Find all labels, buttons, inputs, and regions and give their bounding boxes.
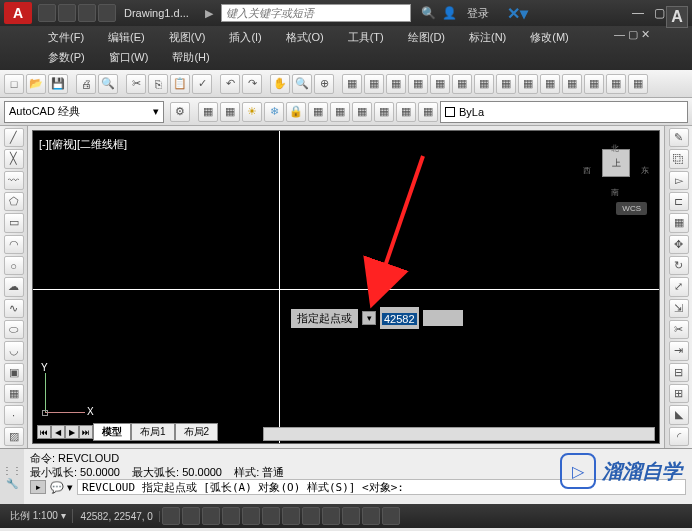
copy-icon[interactable]: ⎘ xyxy=(148,74,168,94)
extend-icon[interactable]: ⇥ xyxy=(669,341,689,360)
layer-icon[interactable]: ▦ xyxy=(418,102,438,122)
menu-insert[interactable]: 插入(I) xyxy=(219,28,271,48)
point-icon[interactable]: · xyxy=(4,405,24,424)
copy-obj-icon[interactable]: ⿻ xyxy=(669,149,689,168)
polyline-icon[interactable]: 〰 xyxy=(4,171,24,190)
status-coords[interactable]: 42582, 22547, 0 xyxy=(75,511,160,522)
play-icon[interactable]: ▶ xyxy=(205,7,213,20)
layer-states-icon[interactable]: ▦ xyxy=(220,102,240,122)
tb-icon[interactable]: ▦ xyxy=(584,74,604,94)
tb-icon[interactable]: ▦ xyxy=(496,74,516,94)
fillet-icon[interactable]: ◜ xyxy=(669,427,689,446)
stretch-icon[interactable]: ⇲ xyxy=(669,299,689,318)
xline-icon[interactable]: ╳ xyxy=(4,149,24,168)
view-label[interactable]: [-][俯视][二维线框] xyxy=(39,137,127,152)
layer-icon[interactable]: ▦ xyxy=(330,102,350,122)
exchange-icon[interactable]: ✕▾ xyxy=(507,4,528,23)
tb-icon[interactable]: ▦ xyxy=(342,74,362,94)
text-style-icon[interactable]: A xyxy=(666,6,688,28)
rotate-icon[interactable]: ↻ xyxy=(669,256,689,275)
tab-prev-icon[interactable]: ◀ xyxy=(51,425,65,439)
st-icon[interactable] xyxy=(322,507,340,525)
st-icon[interactable] xyxy=(302,507,320,525)
cut-icon[interactable]: ✂ xyxy=(126,74,146,94)
menu-file[interactable]: 文件(F) xyxy=(38,28,94,48)
menu-edit[interactable]: 编辑(E) xyxy=(98,28,155,48)
wrench-icon[interactable]: 🔧 xyxy=(6,478,18,489)
doc-minimize-icon[interactable]: — ▢ ✕ xyxy=(614,28,654,48)
save-icon[interactable]: 💾 xyxy=(48,74,68,94)
search-input[interactable] xyxy=(221,4,411,22)
new-icon[interactable]: □ xyxy=(4,74,24,94)
zoom-icon[interactable]: 🔍 xyxy=(292,74,312,94)
dynamic-input-y[interactable] xyxy=(423,310,463,326)
match-icon[interactable]: ✓ xyxy=(192,74,212,94)
ellipse-icon[interactable]: ⬭ xyxy=(4,320,24,339)
join-icon[interactable]: ⊞ xyxy=(669,384,689,403)
login-label[interactable]: 登录 xyxy=(467,6,489,21)
command-toggle-icon[interactable]: ▸ xyxy=(30,480,46,494)
tb-icon[interactable]: ▦ xyxy=(540,74,560,94)
undo-icon[interactable]: ↶ xyxy=(220,74,240,94)
horizontal-scrollbar[interactable] xyxy=(263,427,655,441)
erase-icon[interactable]: ✎ xyxy=(669,128,689,147)
array-icon[interactable]: ▦ xyxy=(669,213,689,232)
tb-icon[interactable]: ▦ xyxy=(606,74,626,94)
menu-tools[interactable]: 工具(T) xyxy=(338,28,394,48)
make-block-icon[interactable]: ▦ xyxy=(4,384,24,403)
viewcube[interactable]: 北 南 东 西 上 WCS xyxy=(581,139,651,219)
app-logo[interactable]: A xyxy=(4,2,32,24)
layer-icon[interactable]: ❄ xyxy=(264,102,284,122)
st-icon[interactable] xyxy=(342,507,360,525)
layer-icon[interactable]: ☀ xyxy=(242,102,262,122)
ws-gear-icon[interactable]: ⚙ xyxy=(170,102,190,122)
menu-dimension[interactable]: 标注(N) xyxy=(459,28,516,48)
osnap-icon[interactable] xyxy=(242,507,260,525)
orbit-icon[interactable]: ⊕ xyxy=(314,74,334,94)
revcloud-icon[interactable]: ☁ xyxy=(4,277,24,296)
layer-manager-icon[interactable]: ▦ xyxy=(198,102,218,122)
tab-layout2[interactable]: 布局2 xyxy=(175,423,219,441)
st-icon[interactable] xyxy=(362,507,380,525)
menu-draw[interactable]: 绘图(D) xyxy=(398,28,455,48)
layer-icon[interactable]: ▦ xyxy=(352,102,372,122)
hatch-icon[interactable]: ▨ xyxy=(4,427,24,446)
command-handle[interactable]: ⋮⋮ 🔧 xyxy=(0,449,24,504)
tab-layout1[interactable]: 布局1 xyxy=(131,423,175,441)
block-icon[interactable]: ▣ xyxy=(4,363,24,382)
menu-modify[interactable]: 修改(M) xyxy=(520,28,579,48)
tab-first-icon[interactable]: ⏮ xyxy=(37,425,51,439)
tb-icon[interactable]: ▦ xyxy=(408,74,428,94)
polar-icon[interactable] xyxy=(222,507,240,525)
minimize-icon[interactable]: — xyxy=(629,6,647,20)
dynamic-options-icon[interactable]: ▾ xyxy=(362,311,376,325)
rectangle-icon[interactable]: ▭ xyxy=(4,213,24,232)
pan-icon[interactable]: ✋ xyxy=(270,74,290,94)
scale-icon[interactable]: ⤢ xyxy=(669,277,689,296)
menu-format[interactable]: 格式(O) xyxy=(276,28,334,48)
layer-icon[interactable]: ▦ xyxy=(308,102,328,122)
paste-icon[interactable]: 📋 xyxy=(170,74,190,94)
status-scale-label[interactable]: 比例 1:100 ▾ xyxy=(4,509,73,523)
qat-dropdown-icon[interactable] xyxy=(98,4,116,22)
line-icon[interactable]: ╱ xyxy=(4,128,24,147)
break-icon[interactable]: ⊟ xyxy=(669,363,689,382)
layer-icon[interactable]: ▦ xyxy=(396,102,416,122)
chamfer-icon[interactable]: ◣ xyxy=(669,405,689,424)
layer-combo[interactable]: ByLa xyxy=(440,101,688,123)
ellipse-arc-icon[interactable]: ◡ xyxy=(4,341,24,360)
st-icon[interactable] xyxy=(382,507,400,525)
tab-last-icon[interactable]: ⏭ xyxy=(79,425,93,439)
tb-icon[interactable]: ▦ xyxy=(518,74,538,94)
tb-icon[interactable]: ▦ xyxy=(562,74,582,94)
layer-icon[interactable]: 🔒 xyxy=(286,102,306,122)
mirror-icon[interactable]: ▻ xyxy=(669,171,689,190)
polygon-icon[interactable]: ⬠ xyxy=(4,192,24,211)
menu-help[interactable]: 帮助(H) xyxy=(162,48,219,68)
dynamic-input-field[interactable]: 42582 xyxy=(380,307,419,329)
tb-icon[interactable]: ▦ xyxy=(474,74,494,94)
menu-view[interactable]: 视图(V) xyxy=(159,28,216,48)
open-icon[interactable]: 📂 xyxy=(26,74,46,94)
circle-icon[interactable]: ○ xyxy=(4,256,24,275)
tab-model[interactable]: 模型 xyxy=(93,423,131,441)
